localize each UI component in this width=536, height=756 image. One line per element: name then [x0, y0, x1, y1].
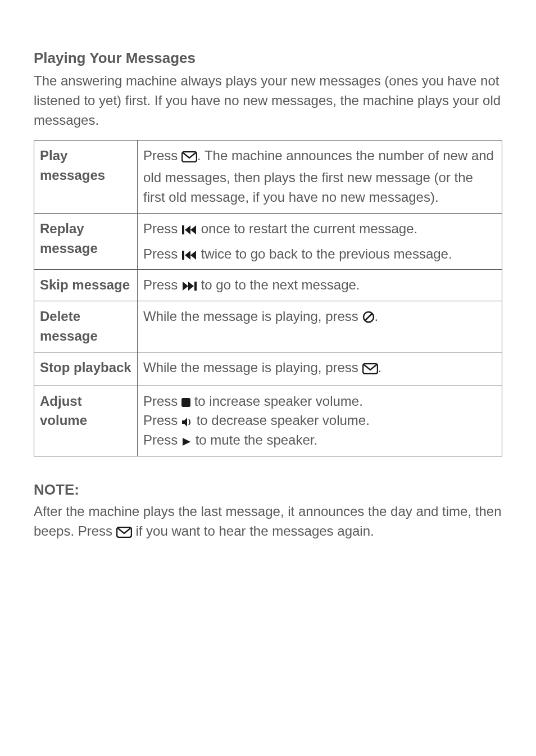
- svg-line-11: [365, 314, 372, 320]
- text: .: [378, 360, 382, 375]
- text: to mute the speaker.: [192, 432, 317, 447]
- text: to go to the next message.: [197, 277, 360, 292]
- table-row: Adjust volume Press to increase speaker …: [34, 386, 502, 456]
- svg-marker-13: [182, 418, 187, 427]
- table-row: Play messages Press . The machine announ…: [34, 141, 502, 213]
- text: Press: [143, 432, 181, 447]
- row-label: Stop playback: [34, 352, 138, 386]
- svg-marker-5: [185, 251, 190, 260]
- section-title: Playing Your Messages: [34, 49, 502, 67]
- skip-previous-icon: [181, 224, 197, 236]
- stop-icon: [181, 398, 190, 407]
- svg-marker-3: [190, 225, 196, 234]
- text: twice to go back to the previous message…: [197, 246, 452, 261]
- text: if you want to hear the messages again.: [132, 523, 374, 538]
- text: Press: [143, 277, 181, 292]
- note-paragraph: After the machine plays the last message…: [34, 502, 502, 544]
- row-desc: While the message is playing, press .: [138, 352, 502, 386]
- envelope-icon: [116, 524, 132, 544]
- table-row: Skip message Press to go to the next mes…: [34, 270, 502, 301]
- svg-marker-7: [183, 282, 188, 291]
- svg-marker-6: [190, 251, 196, 260]
- svg-rect-1: [182, 225, 184, 234]
- row-desc: While the message is playing, press .: [138, 301, 502, 352]
- text: .: [375, 309, 379, 324]
- play-icon: [181, 437, 192, 447]
- skip-next-icon: [181, 280, 197, 292]
- svg-marker-14: [183, 438, 190, 446]
- row-label: Delete message: [34, 301, 138, 352]
- svg-rect-4: [182, 251, 184, 260]
- text: Press: [143, 393, 181, 409]
- table-row: Stop playback While the message is playi…: [34, 352, 502, 386]
- delete-icon: [362, 311, 375, 323]
- text: While the message is playing, press: [143, 360, 362, 375]
- text: Press: [143, 221, 181, 236]
- text: once to restart the current message.: [197, 221, 417, 236]
- row-desc: Press . The machine announces the number…: [138, 141, 502, 213]
- text: Press: [143, 148, 181, 163]
- svg-marker-8: [188, 282, 194, 291]
- controls-table: Play messages Press . The machine announ…: [34, 140, 502, 456]
- row-label: Adjust volume: [34, 386, 138, 456]
- text: While the message is playing, press: [143, 309, 362, 324]
- skip-previous-icon: [181, 250, 197, 261]
- text: to increase speaker volume.: [190, 393, 363, 409]
- row-label: Replay message: [34, 213, 138, 270]
- intro-paragraph: The answering machine always plays your …: [34, 71, 502, 130]
- svg-marker-2: [185, 225, 190, 234]
- table-row: Replay message Press once to restart the…: [34, 213, 502, 270]
- text: Press: [143, 413, 181, 428]
- envelope-icon: [362, 360, 378, 380]
- row-desc: Press to increase speaker volume. Press …: [138, 386, 502, 456]
- volume-icon: [181, 417, 193, 427]
- text: Press: [143, 246, 181, 261]
- row-label: Play messages: [34, 141, 138, 213]
- svg-rect-9: [194, 282, 197, 291]
- text: to decrease speaker volume.: [193, 413, 370, 428]
- row-desc: Press once to restart the current messag…: [138, 213, 502, 270]
- row-desc: Press to go to the next message.: [138, 270, 502, 301]
- envelope-icon: [181, 148, 197, 168]
- note-title: NOTE:: [34, 481, 502, 499]
- row-label: Skip message: [34, 270, 138, 301]
- table-row: Delete message While the message is play…: [34, 301, 502, 352]
